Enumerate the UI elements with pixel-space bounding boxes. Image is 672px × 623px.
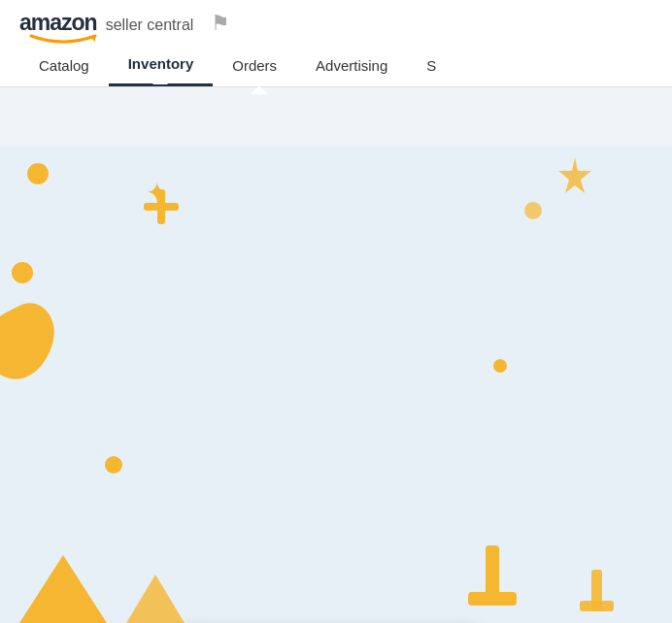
decor-blob-1 [0,296,58,393]
decor-dot-5 [493,359,507,373]
svg-rect-9 [580,601,614,611]
dropdown-arrow [251,85,268,94]
decor-dot-2 [12,262,33,283]
nav-item-inventory[interactable]: Inventory [109,44,214,86]
nav-item-advertising[interactable]: Advertising [296,46,407,85]
svg-marker-3 [19,555,107,623]
nav-item-stores[interactable]: S [407,46,455,85]
decor-mountain-1 [19,555,107,623]
svg-rect-7 [468,592,517,606]
logo-container: amazon seller central [19,10,193,36]
decor-star-1 [555,155,594,194]
decor-anchor-1 [468,545,517,623]
flag-icon: ⚑ [211,11,230,36]
decor-dot-3 [105,456,122,474]
nav-item-orders[interactable]: Orders [213,46,296,85]
nav-item-catalog[interactable]: Catalog [19,46,109,85]
decor-mountain-2 [126,574,185,623]
decor-sparkle-1: ✦ [146,180,168,207]
decor-dot-1 [27,163,49,184]
decor-anchor-2 [580,570,614,623]
amazon-logo: amazon [19,10,97,36]
decor-dot-4 [524,202,542,219]
amazon-smile [29,30,97,38]
header: amazon seller central ⚑ Catalog Inventor… [0,0,672,87]
background-decoration: ✦ [0,146,672,623]
header-top: amazon seller central ⚑ [19,10,653,36]
svg-marker-4 [126,574,185,623]
nav-bar: Catalog Inventory Orders Advertising S [19,44,653,86]
seller-central-text: seller central [106,16,194,34]
svg-marker-5 [558,157,591,193]
